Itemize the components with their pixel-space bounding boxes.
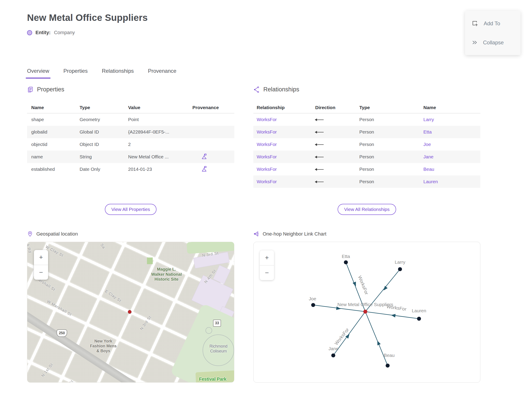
geospatial-map[interactable]: k Rd W Clay St Sa N 3rd St N 4th St N 3r… [27,242,234,383]
map-zoom-control: + − [34,250,48,280]
node-label: Larry [395,259,406,265]
relationship-type: Person [359,167,423,172]
link-chart-section-header: One-hop Neighbor Link Chart [253,231,480,237]
properties-section-header: Properties [27,86,234,93]
property-value: New Metal Office ... [128,154,193,160]
col-type: Type [359,105,423,110]
link-chart-section-title: One-hop Neighbor Link Chart [263,231,326,237]
tab-properties[interactable]: Properties [63,68,87,79]
action-card: Add To Collapse [465,11,520,55]
map-zoom-out-button[interactable]: − [34,265,48,280]
relationship-name-link[interactable]: Beau [423,167,480,172]
property-row: name String New Metal Office ... [27,151,234,163]
map-small-circle [206,327,212,334]
node-jane[interactable] [331,353,335,357]
node-label: Lauren [412,308,426,313]
arrow-left-icon [315,120,324,120]
relationship-name-link[interactable]: Jane [423,154,480,160]
node-lauren[interactable] [417,317,421,321]
relationship-link[interactable]: WorksFor [253,179,315,184]
node-etta[interactable] [344,260,348,264]
property-type: Global ID [80,129,128,135]
col-value: Value [128,105,193,110]
provenance-flag-icon[interactable] [193,165,234,173]
property-type: Object ID [80,142,128,147]
view-all-relationships-button[interactable]: View All Relationships [338,204,396,215]
provenance-flag-icon[interactable] [193,153,234,161]
relationship-name-link[interactable]: Etta [423,129,480,135]
poi-label-maggie-walker: Maggie L. Walker National Historic Site [144,267,189,282]
relationship-row: WorksFor Person Beau [253,163,480,176]
poi-label-richmond-coliseum: Richmond Coliseum [197,344,234,354]
tab-overview[interactable]: Overview [27,68,49,79]
node-label: Beau [384,353,395,358]
col-direction: Direction [315,105,359,110]
view-all-properties-button[interactable]: View All Properties [105,204,157,215]
route-shield-33: 33 [213,320,221,327]
relationship-type: Person [359,154,423,160]
relationship-link[interactable]: WorksFor [253,167,315,172]
property-row: shape Geometry Point [27,113,234,126]
properties-table: Name Type Value Provenance shape Geometr… [27,102,234,176]
add-to-button[interactable]: Add To [472,20,520,27]
relationship-link[interactable]: WorksFor [253,142,315,147]
property-type: Date Only [80,167,128,172]
tab-bar: Overview Properties Relationships Proven… [27,68,532,79]
entity-page: Add To Collapse New Metal Office Supplie… [0,0,532,405]
property-row: globalid Global ID {A228944F-0EF5-... [27,126,234,138]
map-pin-icon [27,231,33,237]
map-location-marker[interactable] [128,310,132,314]
entity-label: Entity: [35,30,51,35]
add-to-icon [472,20,478,27]
property-value: Point [128,117,193,122]
relationships-section-title: Relationships [263,86,299,93]
node-joe[interactable] [311,303,315,307]
properties-section-title: Properties [37,86,64,93]
properties-table-header: Name Type Value Provenance [27,102,234,113]
col-type: Type [80,105,128,110]
relationships-section-header: Relationships [253,86,480,93]
relationship-type: Person [359,179,423,184]
property-value: 2 [128,142,193,147]
property-value: 2014-01-23 [128,167,193,172]
relationship-type: Person [359,142,423,147]
chart-zoom-out-button[interactable]: − [260,265,274,280]
collapse-button[interactable]: Collapse [472,40,520,46]
arrowhead [336,307,341,310]
property-row: established Date Only 2014-01-23 [27,163,234,176]
node-larry[interactable] [398,267,402,271]
property-value: {A228944F-0EF5-... [128,129,193,135]
arrow-left-icon [315,157,324,157]
map-zoom-in-button[interactable]: + [34,250,48,265]
relationship-name-link[interactable]: Larry [423,117,480,122]
chart-zoom-control: + − [260,250,274,280]
relationship-row: WorksFor Person Etta [253,126,480,138]
node-beau[interactable] [386,364,390,368]
arrow-left-icon [315,144,324,145]
relationship-type: Person [359,129,423,135]
relationship-link[interactable]: WorksFor [253,154,315,160]
arrowhead [391,313,396,317]
relationship-link[interactable]: WorksFor [253,129,315,135]
node-center-entity[interactable] [363,310,367,314]
map-green-area [147,257,153,264]
relationship-link[interactable]: WorksFor [253,117,315,122]
tab-provenance[interactable]: Provenance [148,68,176,79]
arrow-left-icon [315,132,324,132]
edge-label-worksfor: WorksFor [357,275,369,295]
tab-relationships[interactable]: Relationships [102,68,134,79]
chart-zoom-in-button[interactable]: + [260,250,274,265]
relationship-name-link[interactable]: Lauren [423,179,480,184]
arrowhead [382,286,388,292]
poi-label-festival-park: Festival Park [199,376,234,382]
center-node-label: New Metal Office Suppliers [337,302,393,307]
col-provenance: Provenance [193,105,234,110]
property-type: Geometry [80,117,128,122]
link-chart-icon [253,231,259,237]
relationship-name-link[interactable]: Joe [423,142,480,147]
add-to-label: Add To [484,20,500,27]
one-hop-link-chart[interactable]: WorksFor WorksFor WorksFor Et [253,242,480,383]
relationship-row: WorksFor Person Joe [253,138,480,151]
relationship-row: WorksFor Person Lauren [253,176,480,188]
route-shield-250: 250 [57,329,67,337]
